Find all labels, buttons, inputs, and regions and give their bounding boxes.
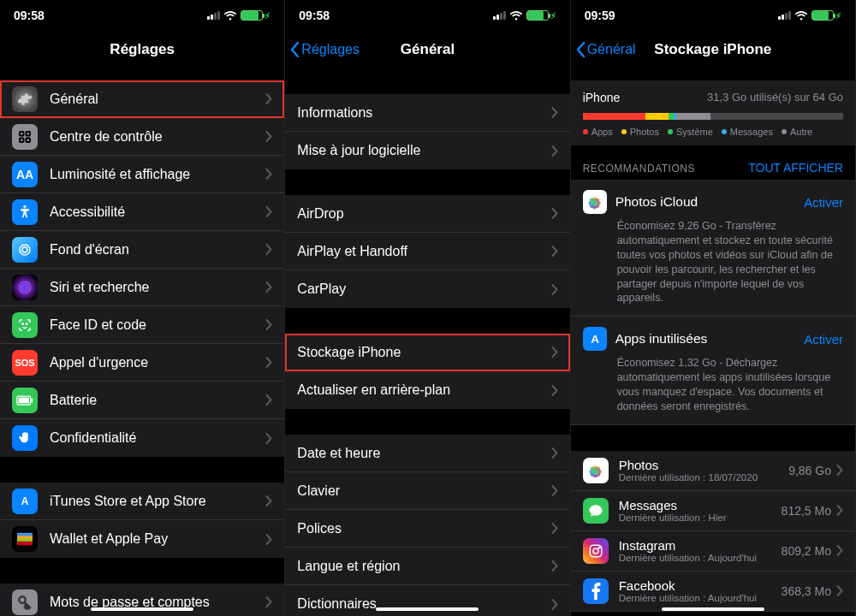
storage-scroll[interactable]: iPhone 31,3 Go utilisé(s) sur 64 Go Apps… [571, 68, 855, 616]
storage-legend: AppsPhotosSystèmeMessagesAutre [583, 127, 843, 137]
storage-bar [583, 113, 843, 120]
settings-scroll[interactable]: GénéralCentre de contrôleAALuminosité et… [0, 68, 284, 616]
chevron-right-icon [265, 433, 272, 444]
app-info: FacebookDernière utilisation : Aujourd'h… [619, 578, 782, 603]
setting-mots-de-passe-et-comptes[interactable]: Mots de passe et comptes [0, 583, 284, 616]
app-last-used: Dernière utilisation : Hier [619, 512, 782, 523]
app-row-photos[interactable]: PhotosDernière utilisation : 18/07/20209… [571, 451, 855, 491]
setting-wallet-et-apple-pay[interactable]: Wallet et Apple Pay [0, 520, 284, 558]
status-right: ⚡︎ [778, 10, 841, 21]
app-row-instagram[interactable]: InstagramDernière utilisation : Aujourd'… [571, 531, 855, 572]
setting-siri-et-recherche[interactable]: Siri et recherche [0, 269, 284, 306]
wifi-icon [509, 10, 523, 21]
row-informations[interactable]: Informations [285, 94, 569, 132]
cc-icon [12, 124, 38, 150]
row-label: Polices [297, 521, 550, 536]
setting-appel-d-urgence[interactable]: SOSAppel d'urgence [0, 344, 284, 382]
page-title: Réglages [110, 41, 175, 58]
setting-centre-de-contr-le[interactable]: Centre de contrôle [0, 118, 284, 156]
cell-signal-icon [207, 11, 220, 20]
battery-icon [12, 388, 38, 413]
AA-icon: AA [12, 162, 38, 187]
setting-label: Fond d'écran [50, 242, 265, 258]
setting-itunes-store-et-app-store[interactable]: AiTunes Store et App Store [0, 483, 284, 520]
svg-rect-2 [20, 138, 24, 142]
chevron-right-icon [265, 206, 272, 217]
row-label: AirPlay et Handoff [297, 244, 550, 259]
row-label: Clavier [297, 483, 550, 499]
row-label: Informations [297, 105, 550, 121]
show-all-link[interactable]: TOUT AFFICHER [748, 161, 843, 175]
setting-batterie[interactable]: Batterie [0, 382, 284, 419]
setting-label: Luminosité et affichage [50, 167, 265, 182]
app-name: Messages [619, 498, 782, 512]
chevron-right-icon [551, 246, 558, 257]
facebook-icon [583, 578, 609, 604]
setting-confidentialit-[interactable]: Confidentialité [0, 419, 284, 457]
messages-icon [583, 498, 609, 524]
svg-point-10 [27, 323, 28, 324]
status-right: ⚡︎ [207, 10, 270, 21]
row-label: Actualiser en arrière-plan [297, 382, 550, 398]
status-bar: 09:58 ⚡︎ [0, 0, 284, 31]
recommendation-0: Photos iCloudActiverÉconomisez 9,26 Go -… [571, 180, 855, 317]
chevron-right-icon [265, 281, 272, 293]
back-button[interactable]: Général [576, 42, 636, 57]
panel-general: 09:58 ⚡︎ Réglages Général InformationsMi… [285, 0, 570, 616]
chevron-right-icon [265, 357, 272, 368]
general-scroll[interactable]: InformationsMise à jour logicielle AirDr… [285, 68, 569, 616]
legend-système: Système [668, 127, 713, 137]
face-icon [12, 312, 38, 338]
chevron-right-icon [551, 485, 558, 496]
wallet-icon [12, 526, 38, 552]
setting-g-n-ral[interactable]: Général [0, 80, 284, 118]
chevron-right-icon [836, 505, 843, 516]
row-date-et-heure[interactable]: Date et heure [285, 435, 569, 472]
row-clavier[interactable]: Clavier [285, 472, 569, 510]
app-name: Photos [619, 458, 789, 472]
svg-point-8 [21, 284, 28, 291]
setting-face-id-et-code[interactable]: Face ID et code [0, 306, 284, 344]
legend-apps: Apps [583, 127, 613, 137]
svg-text:A: A [21, 495, 29, 506]
row-airplay-et-handoff[interactable]: AirPlay et Handoff [285, 233, 569, 270]
row-actualiser-en-arri-re-plan[interactable]: Actualiser en arrière-plan [285, 371, 569, 409]
home-indicator[interactable] [91, 607, 193, 612]
rec-activate-link[interactable]: Activer [804, 195, 843, 210]
row-dictionnaires[interactable]: Dictionnaires [285, 585, 569, 616]
svg-rect-1 [27, 132, 31, 136]
app-size: 9,86 Go [788, 464, 831, 477]
section-title: RECOMMANDATIONS [583, 163, 695, 175]
battery-icon [526, 10, 549, 21]
svg-point-5 [22, 247, 27, 252]
row-airdrop[interactable]: AirDrop [285, 195, 569, 233]
rec-activate-link[interactable]: Activer [804, 332, 843, 346]
chevron-right-icon [265, 93, 272, 104]
back-button[interactable]: Réglages [290, 42, 360, 57]
app-row-messages[interactable]: MessagesDernière utilisation : Hier812,5… [571, 491, 855, 531]
status-time: 09:58 [14, 9, 45, 22]
row-carplay[interactable]: CarPlay [285, 270, 569, 308]
row-polices[interactable]: Polices [285, 510, 569, 548]
chevron-right-icon [265, 319, 272, 330]
chevron-right-icon [265, 596, 272, 607]
home-indicator[interactable] [662, 607, 764, 612]
back-label: Réglages [301, 42, 360, 57]
row-label: Mise à jour logicielle [297, 143, 550, 158]
row-langue-et-r-gion[interactable]: Langue et région [285, 548, 569, 585]
status-time: 09:58 [299, 9, 330, 22]
setting-fond-d-cran[interactable]: Fond d'écran [0, 231, 284, 269]
setting-accessibilit-[interactable]: Accessibilité [0, 193, 284, 231]
status-right: ⚡︎ [493, 10, 556, 21]
title-bar: Réglages [0, 31, 284, 68]
battery-icon [241, 10, 263, 21]
row-stockage-iphone[interactable]: Stockage iPhone [285, 334, 569, 371]
chevron-right-icon [265, 131, 272, 142]
app-size: 368,3 Mo [782, 584, 831, 598]
setting-luminosit-et-affichage[interactable]: AALuminosité et affichage [0, 156, 284, 193]
charging-icon: ⚡︎ [550, 11, 556, 21]
chevron-right-icon [551, 385, 558, 396]
row-mise-jour-logicielle[interactable]: Mise à jour logicielle [285, 132, 569, 169]
app-row-facebook[interactable]: FacebookDernière utilisation : Aujourd'h… [571, 572, 855, 612]
home-indicator[interactable] [376, 607, 479, 612]
